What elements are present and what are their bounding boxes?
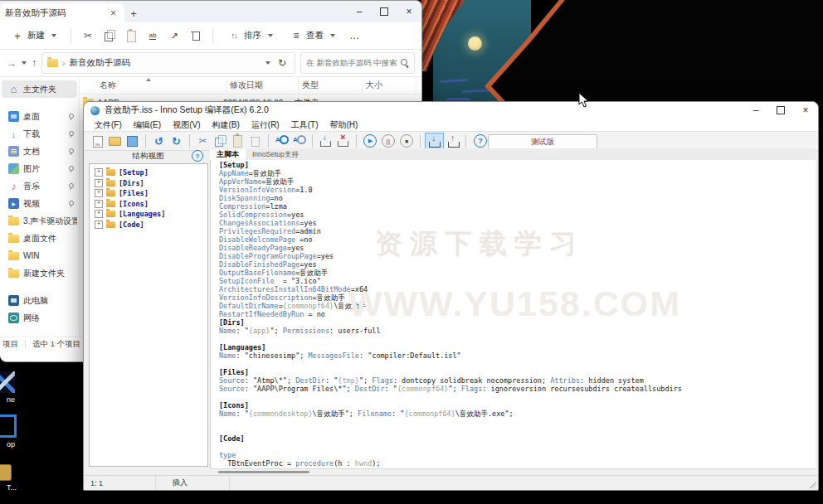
cut-icon[interactable] <box>81 29 95 42</box>
sidebar-item-网络[interactable]: 网络 <box>2 309 77 327</box>
sidebar-item-新建文件夹[interactable]: 新建文件夹 <box>2 264 77 282</box>
inno-title-bar[interactable]: 音效助手.iss - Inno Setup 编译器(Ex) 6.2.0 – × <box>84 102 818 119</box>
tree-item[interactable]: +[Code] <box>90 220 207 230</box>
address-chevron-icon[interactable] <box>265 61 270 65</box>
rename-icon[interactable] <box>146 29 159 42</box>
view-button[interactable]: 查看 <box>285 27 339 45</box>
syntax-check-icon[interactable] <box>335 133 351 148</box>
more-options-icon[interactable] <box>348 29 361 42</box>
sidebar-item-label: 3.声卡驱动设置 <box>23 216 77 227</box>
editor-tab-1[interactable]: 主脚本 <box>210 149 246 160</box>
help-icon[interactable]: ? <box>192 150 203 162</box>
up-icon[interactable] <box>32 57 37 69</box>
maximize-button[interactable] <box>768 102 793 119</box>
sidebar-item-label: 图片 <box>23 163 40 175</box>
tree-item[interactable]: +[Dirs] <box>90 178 207 189</box>
replace-icon[interactable] <box>291 133 307 148</box>
search-input[interactable]: 在 新音效助手源码 中搜索 <box>300 52 415 74</box>
share-icon[interactable] <box>168 29 181 42</box>
open-icon[interactable] <box>107 133 123 148</box>
scrollbar-thumb[interactable] <box>218 471 309 473</box>
sidebar-item-WIN[interactable]: WIN <box>2 247 77 264</box>
sidebar-item-下载[interactable]: 下载 <box>2 125 77 143</box>
sidebar-item-3.声卡驱动设置[interactable]: 3.声卡驱动设置 <box>2 212 77 230</box>
tree-item[interactable]: +[Setup] <box>90 167 207 178</box>
sidebar-item-视频[interactable]: 视频 <box>2 195 77 212</box>
editor-tab-2[interactable]: InnoSetup支持 <box>246 149 305 160</box>
menu-item[interactable]: 编辑(E) <box>128 119 167 131</box>
help-icon[interactable] <box>474 134 487 148</box>
code-line: PrivilegesRequired=admin <box>219 227 816 235</box>
sidebar-item-图片[interactable]: 图片 <box>2 160 77 177</box>
close-button[interactable]: × <box>397 1 421 22</box>
column-header-2[interactable]: 类型 <box>299 77 363 94</box>
copy-icon[interactable] <box>212 133 228 148</box>
paste-icon[interactable] <box>230 133 246 148</box>
sidebar-item-此电脑[interactable]: 此电脑 <box>2 292 77 309</box>
compile-icon[interactable] <box>318 133 334 148</box>
expand-icon[interactable]: + <box>95 200 103 208</box>
tree-item[interactable]: +[Icons] <box>90 199 207 210</box>
menu-item[interactable]: 工具(T) <box>285 119 324 131</box>
pause-icon[interactable] <box>382 134 395 148</box>
explorer-tab[interactable]: 新音效助手源码 × <box>0 3 124 22</box>
history-chevron-icon[interactable] <box>22 61 27 65</box>
cut-icon[interactable] <box>195 133 211 148</box>
new-button[interactable]: 新建 <box>7 27 61 45</box>
desktop-icon[interactable]: ne <box>0 371 38 404</box>
new-script-icon[interactable] <box>90 133 105 148</box>
sidebar-item-音乐[interactable]: 音乐 <box>2 177 77 195</box>
install-icon[interactable] <box>426 133 443 149</box>
sort-button[interactable]: 排序 <box>223 27 277 45</box>
maximize-button[interactable] <box>372 1 397 22</box>
script-editor[interactable]: [Setup]AppName=音效助手AppVerName=音效助手Versio… <box>210 160 816 469</box>
run-icon[interactable] <box>363 134 377 148</box>
column-header-1[interactable]: 修改日期 <box>226 77 299 94</box>
new-tab-button[interactable]: + <box>124 4 143 22</box>
minimize-button[interactable]: – <box>743 102 768 119</box>
refresh-icon[interactable] <box>275 57 290 69</box>
menu-item[interactable]: 文件(F) <box>89 119 128 131</box>
expand-icon[interactable]: + <box>95 210 103 218</box>
stop-icon[interactable] <box>400 134 413 148</box>
column-header-3[interactable]: 大小 <box>363 77 416 94</box>
tree-item[interactable]: +[Languages] <box>90 209 207 220</box>
desktop-icon[interactable]: T... <box>0 464 38 492</box>
desktop-icon[interactable]: op <box>0 414 38 448</box>
tree-item-label: [Languages] <box>119 210 165 218</box>
resize-grip[interactable] <box>810 482 816 488</box>
expand-icon[interactable]: + <box>95 168 103 177</box>
sidebar-item-文档[interactable]: 文档 <box>2 143 77 160</box>
tab-close-icon[interactable]: × <box>107 7 119 19</box>
view-button-label: 查看 <box>306 30 324 41</box>
copy-icon[interactable] <box>103 29 116 42</box>
menu-item[interactable]: 视图(V) <box>167 119 206 131</box>
find-icon[interactable] <box>274 133 290 148</box>
tree-item[interactable]: +[Files] <box>90 188 207 199</box>
address-box[interactable]: › 新音效助手源码 <box>41 52 295 74</box>
uninstall-icon[interactable] <box>445 133 460 148</box>
sidebar-item-桌面[interactable]: 桌面 <box>2 108 77 125</box>
menu-item[interactable]: 运行(R) <box>246 119 285 131</box>
minimize-button[interactable]: – <box>347 1 372 22</box>
expand-icon[interactable]: + <box>95 189 103 197</box>
undo-icon[interactable] <box>151 133 167 148</box>
test-version-button[interactable]: 测试版 <box>488 134 597 149</box>
explorer-sidebar: 主文件夹桌面下载文档图片音乐视频3.声卡驱动设置桌面文件WIN新建文件夹此电脑网… <box>0 77 79 351</box>
save-icon[interactable] <box>124 133 140 148</box>
column-header-0[interactable]: 名称 <box>96 77 226 94</box>
sidebar-item-桌面文件[interactable]: 桌面文件 <box>2 230 77 247</box>
expand-icon[interactable]: + <box>95 220 103 229</box>
close-button[interactable]: × <box>793 102 818 119</box>
delete-icon[interactable] <box>247 133 263 148</box>
redo-icon[interactable] <box>168 133 184 148</box>
expand-icon[interactable]: + <box>95 179 103 187</box>
view-icon <box>290 29 303 42</box>
horizontal-scrollbar[interactable] <box>210 468 816 475</box>
paste-icon[interactable] <box>124 29 138 42</box>
menu-item[interactable]: 帮助(H) <box>324 119 363 131</box>
forward-icon[interactable] <box>7 57 17 69</box>
sidebar-item-主文件夹[interactable]: 主文件夹 <box>2 80 77 98</box>
menu-item[interactable]: 构建(B) <box>206 119 245 131</box>
delete-icon[interactable] <box>189 29 202 42</box>
